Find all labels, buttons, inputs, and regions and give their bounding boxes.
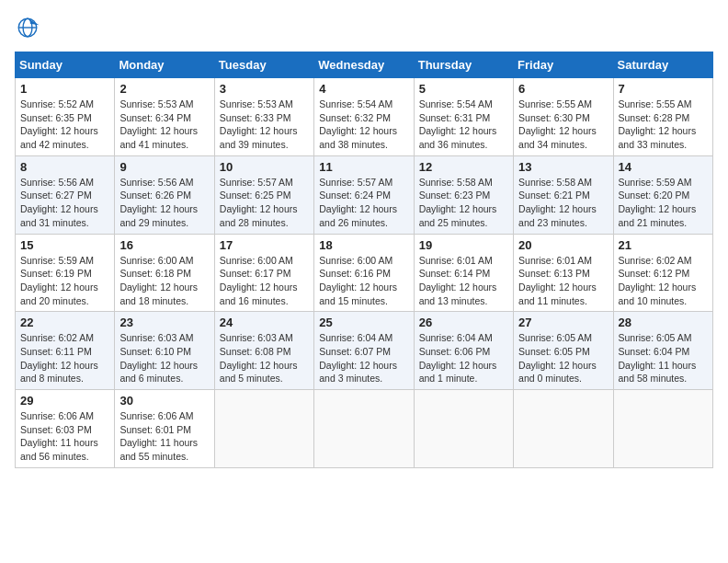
- calendar-week-row: 15 Sunrise: 5:59 AM Sunset: 6:19 PM Dayl…: [16, 234, 713, 312]
- day-info: Sunrise: 5:53 AM Sunset: 6:34 PM Dayligh…: [119, 98, 209, 152]
- day-number: 20: [518, 238, 608, 252]
- day-number: 6: [518, 82, 608, 96]
- day-number: 5: [419, 82, 508, 96]
- column-header-friday: Friday: [514, 52, 613, 78]
- day-info: Sunrise: 6:02 AM Sunset: 6:12 PM Dayligh…: [619, 254, 708, 308]
- day-info: Sunrise: 6:04 AM Sunset: 6:07 PM Dayligh…: [319, 331, 408, 385]
- calendar-cell: 12 Sunrise: 5:58 AM Sunset: 6:23 PM Dayl…: [414, 155, 513, 234]
- day-info: Sunrise: 5:59 AM Sunset: 6:20 PM Dayligh…: [619, 176, 708, 230]
- day-info: Sunrise: 6:05 AM Sunset: 6:05 PM Dayligh…: [518, 331, 608, 385]
- page-header: [15, 15, 713, 40]
- calendar-cell: 7 Sunrise: 5:55 AM Sunset: 6:28 PM Dayli…: [613, 78, 712, 156]
- day-number: 11: [319, 160, 408, 174]
- logo: [15, 15, 44, 40]
- column-header-saturday: Saturday: [613, 52, 712, 78]
- column-header-thursday: Thursday: [414, 52, 513, 78]
- calendar-cell: 6 Sunrise: 5:55 AM Sunset: 6:30 PM Dayli…: [514, 78, 613, 156]
- day-number: 18: [319, 238, 408, 252]
- day-info: Sunrise: 6:01 AM Sunset: 6:14 PM Dayligh…: [419, 254, 508, 308]
- day-number: 29: [20, 394, 109, 408]
- column-header-monday: Monday: [115, 52, 214, 78]
- day-info: Sunrise: 5:54 AM Sunset: 6:31 PM Dayligh…: [419, 98, 508, 152]
- calendar-cell: 1 Sunrise: 5:52 AM Sunset: 6:35 PM Dayli…: [16, 78, 115, 156]
- calendar-cell: 5 Sunrise: 5:54 AM Sunset: 6:31 PM Dayli…: [414, 78, 513, 156]
- calendar-cell: 18 Sunrise: 6:00 AM Sunset: 6:16 PM Dayl…: [314, 234, 414, 312]
- calendar-cell: 27 Sunrise: 6:05 AM Sunset: 6:05 PM Dayl…: [514, 312, 613, 390]
- calendar-week-row: 1 Sunrise: 5:52 AM Sunset: 6:35 PM Dayli…: [16, 78, 713, 156]
- calendar-cell: 20 Sunrise: 6:01 AM Sunset: 6:13 PM Dayl…: [514, 234, 613, 312]
- calendar-cell: 3 Sunrise: 5:53 AM Sunset: 6:33 PM Dayli…: [214, 78, 313, 156]
- day-number: 12: [419, 160, 508, 174]
- calendar-cell: 19 Sunrise: 6:01 AM Sunset: 6:14 PM Dayl…: [414, 234, 513, 312]
- day-info: Sunrise: 5:58 AM Sunset: 6:23 PM Dayligh…: [419, 176, 508, 230]
- calendar-cell: 25 Sunrise: 6:04 AM Sunset: 6:07 PM Dayl…: [314, 312, 414, 390]
- calendar-cell: 17 Sunrise: 6:00 AM Sunset: 6:17 PM Dayl…: [214, 234, 313, 312]
- day-number: 10: [220, 160, 309, 174]
- calendar-cell: 11 Sunrise: 5:57 AM Sunset: 6:24 PM Dayl…: [314, 155, 414, 234]
- day-info: Sunrise: 6:00 AM Sunset: 6:18 PM Dayligh…: [119, 254, 209, 308]
- day-number: 28: [619, 316, 708, 329]
- calendar-cell: [214, 390, 313, 468]
- calendar-cell: [414, 390, 513, 468]
- calendar-cell: 24 Sunrise: 6:03 AM Sunset: 6:08 PM Dayl…: [214, 312, 313, 390]
- calendar-cell: [514, 390, 613, 468]
- calendar-cell: 8 Sunrise: 5:56 AM Sunset: 6:27 PM Dayli…: [16, 155, 115, 234]
- calendar-cell: 23 Sunrise: 6:03 AM Sunset: 6:10 PM Dayl…: [115, 312, 214, 390]
- day-info: Sunrise: 5:52 AM Sunset: 6:35 PM Dayligh…: [20, 98, 109, 152]
- calendar-cell: 22 Sunrise: 6:02 AM Sunset: 6:11 PM Dayl…: [16, 312, 115, 390]
- calendar-table: SundayMondayTuesdayWednesdayThursdayFrid…: [15, 52, 713, 468]
- day-number: 2: [119, 82, 209, 96]
- day-number: 24: [220, 316, 309, 329]
- calendar-cell: 4 Sunrise: 5:54 AM Sunset: 6:32 PM Dayli…: [314, 78, 414, 156]
- column-header-wednesday: Wednesday: [314, 52, 414, 78]
- day-number: 17: [220, 238, 309, 252]
- day-number: 16: [119, 238, 209, 252]
- day-info: Sunrise: 6:00 AM Sunset: 6:16 PM Dayligh…: [319, 254, 408, 308]
- day-number: 21: [619, 238, 708, 252]
- calendar-week-row: 8 Sunrise: 5:56 AM Sunset: 6:27 PM Dayli…: [16, 155, 713, 234]
- day-number: 8: [20, 160, 109, 174]
- day-info: Sunrise: 6:03 AM Sunset: 6:08 PM Dayligh…: [220, 331, 309, 385]
- calendar-header-row: SundayMondayTuesdayWednesdayThursdayFrid…: [16, 52, 713, 78]
- day-number: 13: [518, 160, 608, 174]
- day-number: 23: [119, 316, 209, 329]
- calendar-week-row: 22 Sunrise: 6:02 AM Sunset: 6:11 PM Dayl…: [16, 312, 713, 390]
- calendar-cell: [314, 390, 414, 468]
- day-info: Sunrise: 6:02 AM Sunset: 6:11 PM Dayligh…: [20, 331, 109, 385]
- day-number: 19: [419, 238, 508, 252]
- logo-icon: [15, 15, 40, 40]
- calendar-week-row: 29 Sunrise: 6:06 AM Sunset: 6:03 PM Dayl…: [16, 390, 713, 468]
- day-info: Sunrise: 5:55 AM Sunset: 6:28 PM Dayligh…: [619, 98, 708, 152]
- calendar-cell: 21 Sunrise: 6:02 AM Sunset: 6:12 PM Dayl…: [613, 234, 712, 312]
- day-info: Sunrise: 6:04 AM Sunset: 6:06 PM Dayligh…: [419, 331, 508, 385]
- day-info: Sunrise: 5:59 AM Sunset: 6:19 PM Dayligh…: [20, 254, 109, 308]
- day-number: 25: [319, 316, 408, 329]
- day-number: 30: [119, 394, 209, 408]
- column-header-tuesday: Tuesday: [214, 52, 313, 78]
- day-info: Sunrise: 6:06 AM Sunset: 6:01 PM Dayligh…: [119, 409, 209, 464]
- day-info: Sunrise: 6:03 AM Sunset: 6:10 PM Dayligh…: [119, 331, 209, 385]
- day-number: 7: [619, 82, 708, 96]
- day-number: 3: [220, 82, 309, 96]
- day-number: 15: [20, 238, 109, 252]
- calendar-cell: 16 Sunrise: 6:00 AM Sunset: 6:18 PM Dayl…: [115, 234, 214, 312]
- calendar-cell: 13 Sunrise: 5:58 AM Sunset: 6:21 PM Dayl…: [514, 155, 613, 234]
- day-info: Sunrise: 5:58 AM Sunset: 6:21 PM Dayligh…: [518, 176, 608, 230]
- column-header-sunday: Sunday: [16, 52, 115, 78]
- day-number: 1: [20, 82, 109, 96]
- day-number: 4: [319, 82, 408, 96]
- calendar-cell: 10 Sunrise: 5:57 AM Sunset: 6:25 PM Dayl…: [214, 155, 313, 234]
- day-number: 26: [419, 316, 508, 329]
- day-number: 9: [119, 160, 209, 174]
- day-info: Sunrise: 5:53 AM Sunset: 6:33 PM Dayligh…: [220, 98, 309, 152]
- calendar-cell: 9 Sunrise: 5:56 AM Sunset: 6:26 PM Dayli…: [115, 155, 214, 234]
- day-info: Sunrise: 5:54 AM Sunset: 6:32 PM Dayligh…: [319, 98, 408, 152]
- day-info: Sunrise: 6:05 AM Sunset: 6:04 PM Dayligh…: [619, 331, 708, 385]
- day-info: Sunrise: 6:06 AM Sunset: 6:03 PM Dayligh…: [20, 409, 109, 464]
- day-number: 22: [20, 316, 109, 329]
- day-info: Sunrise: 5:56 AM Sunset: 6:27 PM Dayligh…: [20, 176, 109, 230]
- day-number: 27: [518, 316, 608, 329]
- calendar-cell: 28 Sunrise: 6:05 AM Sunset: 6:04 PM Dayl…: [613, 312, 712, 390]
- day-info: Sunrise: 6:00 AM Sunset: 6:17 PM Dayligh…: [220, 254, 309, 308]
- day-info: Sunrise: 6:01 AM Sunset: 6:13 PM Dayligh…: [518, 254, 608, 308]
